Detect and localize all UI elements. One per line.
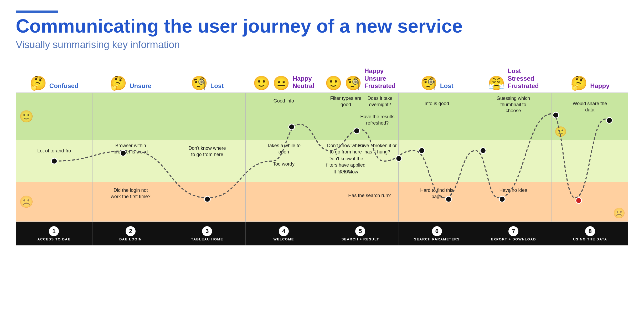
neutral-cell-8 <box>552 140 628 182</box>
emoji-4b: 😐 <box>273 76 290 90</box>
journey-wrapper: 🤔 Confused 🤔 Unsure 🧐 Lost 🙂 😐 Happy Neu… <box>16 66 628 245</box>
good-row: 🙂 Good info Filter types are good Does i… <box>16 93 628 140</box>
comment-stage4-good: Good info <box>263 98 305 104</box>
good-cell-2 <box>92 93 169 140</box>
emotion-label-1: Confused <box>49 82 79 90</box>
comment-stage7-guessing: Guessing which thumbnail to choose <box>492 95 534 114</box>
emotion-label-8: Happy <box>590 82 609 90</box>
bad-cell-1 <box>16 182 92 222</box>
comment-stage4-open: Takes a while to open <box>263 143 305 155</box>
emoji-6: 🧐 <box>420 76 437 90</box>
emoji-cell-3: 🧐 Lost <box>169 66 245 92</box>
page-subtitle: Visually summarising key information <box>16 39 628 50</box>
label-cell-5: 5 SEARCH + RESULT <box>322 222 399 245</box>
emoji-7: 😤 <box>488 76 505 90</box>
stage-number-2: 2 <box>126 226 136 236</box>
bad-cell-7: Have no idea <box>475 182 552 222</box>
comment-stage3-where: Don't know where to go from here <box>186 145 228 158</box>
neutral-cell-5: Don't know where to go from here Don't k… <box>322 140 399 182</box>
emoji-cell-5: 🙂 🧐 Happy Unsure Frustrated <box>322 66 399 92</box>
good-cell-4: Good info <box>246 93 322 140</box>
emoji-cell-8: 🤔 Happy <box>552 66 628 92</box>
accent-bar <box>16 11 58 13</box>
comment-stage2-browser: Browser within browser is weird <box>110 143 152 155</box>
stage-label-2: DAE LOGIN <box>119 237 142 241</box>
bad-smiley-right: ☹️ <box>613 207 625 219</box>
label-cell-1: 1 ACCESS TO DAE <box>16 222 92 245</box>
good-cell-3 <box>169 93 246 140</box>
comment-stage8-share: Would share the data <box>569 101 611 113</box>
emotion-label-5: Happy Unsure Frustrated <box>364 67 396 90</box>
emotion-label-7: Lost Stressed Frustrated <box>508 67 539 90</box>
neutral-cell-7 <box>475 140 552 182</box>
comment-stage7-noidea: Have no idea <box>492 187 534 193</box>
comment-stage5-slow: It feels slow <box>325 169 367 175</box>
neutral-row: Lot of to-and-fro Browser within browser… <box>16 140 628 182</box>
emoji-cell-6: 🧐 Lost <box>399 66 475 92</box>
page-title: Communicating the user journey of a new … <box>16 16 628 37</box>
good-cell-1 <box>16 93 92 140</box>
emotion-label-6: Lost <box>440 82 454 90</box>
emoji-cell-7: 😤 Lost Stressed Frustrated <box>475 66 552 92</box>
emoji-cell-4: 🙂 😐 Happy Neutral <box>245 66 322 92</box>
label-row: 1 ACCESS TO DAE 2 DAE LOGIN 3 TABLEAU HO… <box>16 222 628 245</box>
stage-number-5: 5 <box>355 226 365 236</box>
stage-label-7: EXPORT + DOWNLOAD <box>491 237 536 241</box>
stage-label-6: SEARCH PARAMETERS <box>414 237 460 241</box>
bad-cell-6: Hard to find this page <box>399 182 475 222</box>
stage-number-1: 1 <box>49 226 59 236</box>
bad-cell-8: ☹️ <box>552 182 628 222</box>
neutral-cell-6 <box>399 140 475 182</box>
label-cell-7: 7 EXPORT + DOWNLOAD <box>475 222 552 245</box>
good-cell-5: Filter types are good Does it take overn… <box>322 93 399 140</box>
emoji-cell-1: 🤔 Confused <box>16 66 92 92</box>
bad-cell-3 <box>169 182 246 222</box>
emoji-2: 🤔 <box>110 76 127 90</box>
stage-number-4: 4 <box>279 226 289 236</box>
stage-label-1: ACCESS TO DAE <box>37 237 70 241</box>
emoji-5a: 🙂 <box>325 76 342 90</box>
label-cell-2: 2 DAE LOGIN <box>92 222 169 245</box>
stage-number-6: 6 <box>432 226 442 236</box>
comment-stage2-login: Did the login not work the first time? <box>110 187 152 200</box>
label-cell-6: 6 SEARCH PARAMETERS <box>399 222 476 245</box>
stage-number-3: 3 <box>202 226 212 236</box>
emoji-5b: 🧐 <box>345 76 362 90</box>
comment-stage6-info: Info is good <box>416 101 458 107</box>
journey-grid: 🙂 Good info Filter types are good Does i… <box>16 92 628 222</box>
neutral-cell-1: Lot of to-and-fro <box>16 140 92 182</box>
label-cell-8: 8 USING THE DATA <box>552 222 628 245</box>
emotion-label-2: Unsure <box>130 82 151 90</box>
stage-number-8: 8 <box>585 226 595 236</box>
neutral-cell-3: Don't know where to go from here <box>169 140 246 182</box>
label-cell-3: 3 TABLEAU HOME <box>169 222 246 245</box>
good-cell-8: Would share the data 🙂 <box>552 93 628 140</box>
comment-stage6-hard: Hard to find this page <box>416 187 458 200</box>
emoji-cell-2: 🤔 Unsure <box>92 66 169 92</box>
emoji-1: 🤔 <box>30 76 47 90</box>
good-cell-6: Info is good <box>399 93 475 140</box>
comment-stage5-search: Has the search run? <box>343 193 396 199</box>
stage-label-3: TABLEAU HOME <box>191 237 223 241</box>
label-cell-4: 4 WELCOME <box>246 222 322 245</box>
comment-stage5-results: Have the results refreshed? <box>351 114 404 126</box>
comment-stage5-overnight: Does it take overnight? <box>356 95 404 108</box>
emotion-label-4: Happy Neutral <box>292 75 314 90</box>
good-smiley-right: 🙂 <box>554 126 567 137</box>
bad-cell-2: Did the login not work the first time? <box>92 182 169 222</box>
emotion-label-3: Lost <box>210 82 224 90</box>
bad-cell-5: Has the search run? <box>322 182 399 222</box>
emoji-3: 🧐 <box>191 76 208 90</box>
stage-label-4: WELCOME <box>274 237 294 241</box>
bad-row: ☹️ Did the login not work the first time… <box>16 182 628 222</box>
comment-stage5-broken: Have I broken it or has it hung? <box>354 143 401 155</box>
emoji-8: 🤔 <box>570 76 588 90</box>
bad-cell-4 <box>246 182 322 222</box>
emoji-row: 🤔 Confused 🤔 Unsure 🧐 Lost 🙂 😐 Happy Neu… <box>16 66 628 92</box>
neutral-cell-2: Browser within browser is weird <box>92 140 169 182</box>
comment-stage1-toandfro: Lot of to-and-fro <box>33 148 75 154</box>
stage-number-7: 7 <box>508 226 518 236</box>
neutral-cell-4: Takes a while to open Too wordy <box>246 140 322 182</box>
good-cell-7: Guessing which thumbnail to choose <box>475 93 552 140</box>
stage-label-5: SEARCH + RESULT <box>342 237 379 241</box>
